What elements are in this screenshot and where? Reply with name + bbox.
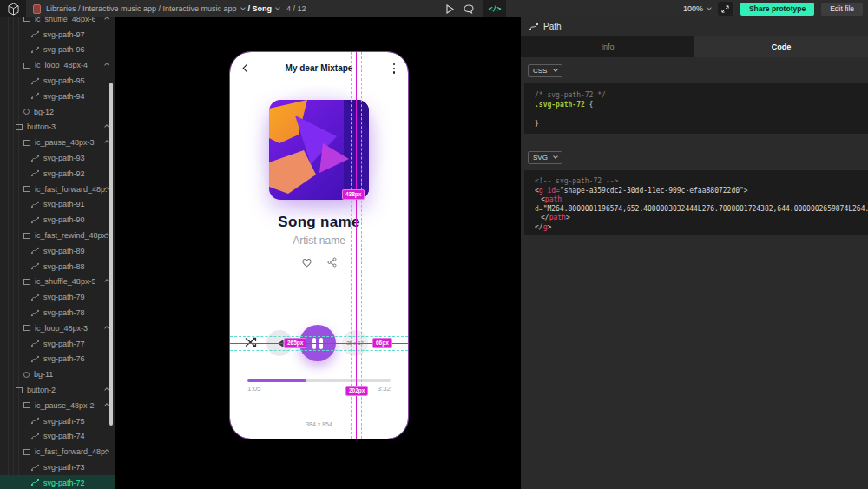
chevron-up-icon[interactable] [104,187,109,192]
layer-row-svg-path-93[interactable]: svg-path-93 [0,150,115,166]
layer-row-svg-path-96[interactable]: svg-path-96 [0,43,115,58]
path-layer-icon [31,479,39,486]
layer-label: bg-12 [34,108,54,116]
play-mode-icon[interactable] [446,4,454,14]
layer-row-svg-path-92[interactable]: svg-path-92 [0,166,115,182]
layer-row-svg-path-73[interactable]: svg-path-73 [0,459,115,475]
chevron-up-icon[interactable] [104,125,109,130]
share-icon[interactable] [327,257,337,268]
chevron-down-icon[interactable] [240,5,246,10]
layer-row-ic-pause-48px-3[interactable]: ic_pause_48px-3 [0,135,115,150]
chevron-up-icon[interactable] [104,63,109,68]
topbar-right: 100% Share prototype Edit file [683,0,863,17]
comments-mode-icon[interactable] [464,4,474,14]
layer-label: ic_fast_rewind_48px... [35,231,108,240]
layer-row-svg-path-94[interactable]: svg-path-94 [0,89,115,104]
layer-row-svg-path-76[interactable]: svg-path-76 [0,352,115,367]
tab-code[interactable]: Code [694,36,868,57]
app-logo[interactable] [0,0,26,17]
vertical-guide-dashed [361,52,362,439]
layer-row-ic-fast-forward-48p-[interactable]: ic_fast_forward_48p... [0,182,115,197]
layer-label: button-2 [27,386,56,394]
chevron-up-icon[interactable] [104,387,109,393]
album-art[interactable] [269,100,369,200]
vertical-guide-solid [356,52,357,439]
chevron-up-icon[interactable] [104,326,109,331]
board-layer-icon [16,387,23,393]
chevron-up-icon[interactable] [104,140,109,145]
layer-label: svg-path-93 [43,154,85,162]
path-layer-icon [31,417,39,425]
css-comment: /* svg-path-72 */ [535,91,606,99]
layer-row-svg-path-75[interactable]: svg-path-75 [0,413,115,429]
layer-row-svg-path-79[interactable]: svg-path-79 [0,289,115,305]
path-layer-icon [31,155,39,162]
layer-row-button-3[interactable]: button-3 [0,120,115,135]
layer-row-svg-path-72[interactable]: svg-path-72 [0,475,115,489]
fullscreen-button[interactable] [718,2,733,16]
inspect-mode-tile[interactable]: </> [483,0,506,17]
layer-row-svg-path-74[interactable]: svg-path-74 [0,429,115,445]
layer-row-svg-path-91[interactable]: svg-path-91 [0,197,115,213]
chevron-up-icon[interactable] [104,403,109,408]
library-file-icon [33,4,41,14]
breadcrumb-page[interactable]: / Song [248,4,273,13]
expand-icon [721,5,729,13]
layer-row-ic-loop-48px-3[interactable]: ic_loop_48px-3 [0,320,115,336]
layer-row-bg-12[interactable]: bg-12 [0,104,115,120]
phone-board[interactable]: My dear Mixtape [230,52,408,439]
layer-row-button-2[interactable]: button-2 [0,382,115,398]
tab-info[interactable]: Info [521,36,694,57]
shape-name: Path [543,22,562,31]
layer-row-svg-path-89[interactable]: svg-path-89 [0,243,115,259]
heart-icon[interactable] [301,257,312,268]
layer-label: svg-path-89 [43,247,85,255]
layer-label: svg-path-76 [43,354,85,363]
path-layer-icon [31,92,39,100]
layers-scrollbar[interactable] [109,83,113,426]
canvas: My dear Mixtape [115,17,521,489]
layer-label: svg-path-78 [43,308,85,317]
layer-row-bg-11[interactable]: bg-11 [0,367,115,382]
circle-layer-icon [23,109,30,115]
board-layer-icon [23,402,30,408]
layer-row-ic-pause-48px-2[interactable]: ic_pause_48px-2 [0,398,115,413]
layer-label: ic_shuffle_48px-5 [35,277,95,286]
css-code-block: /* svg-path-72 */ .svg-path-72 { } [524,83,868,134]
layer-label: button-3 [27,122,56,131]
css-format-select[interactable]: CSS [528,64,562,77]
path-layer-icon [31,46,39,54]
layer-label: ic_fast_forward_48p... [35,447,108,456]
layer-label: svg-path-91 [43,200,85,208]
path-layer-icon [31,247,39,254]
shuffle-icon[interactable] [245,337,257,347]
vertical-guide-dashed [351,52,352,439]
layer-row-svg-path-78[interactable]: svg-path-78 [0,305,115,320]
kebab-menu-icon[interactable] [393,63,395,74]
view-mode-tools: </> [446,0,506,17]
layer-row-ic-shuffle-48px-6[interactable]: ic_shuffle_48px-6 [0,17,115,27]
board-layer-icon [23,63,30,69]
layer-label: svg-path-77 [43,340,85,348]
layer-row-svg-path-90[interactable]: svg-path-90 [0,212,115,228]
zoom-value: 100% [683,4,703,13]
edit-file-button[interactable]: Edit file [821,3,863,16]
chevron-down-icon[interactable] [275,5,280,10]
chevron-up-icon[interactable] [104,280,109,285]
penpot-logo-icon [8,3,19,16]
layer-row-ic-fast-rewind-48px-[interactable]: ic_fast_rewind_48px... [0,228,115,243]
progress-bar[interactable] [247,379,391,382]
share-prototype-button[interactable]: Share prototype [740,3,814,16]
layer-row-ic-shuffle-48px-5[interactable]: ic_shuffle_48px-5 [0,274,115,290]
layer-row-ic-fast-forward-48p-[interactable]: ic_fast_forward_48p... [0,444,115,459]
layer-row-svg-path-77[interactable]: svg-path-77 [0,336,115,352]
svg-format-select[interactable]: SVG [528,151,562,164]
code-mode-icon: </> [489,5,501,13]
layer-row-svg-path-97[interactable]: svg-path-97 [0,27,115,43]
chevron-up-icon[interactable] [104,17,109,22]
zoom-control[interactable]: 100% [683,4,711,13]
layer-row-svg-path-95[interactable]: svg-path-95 [0,73,115,89]
layer-row-ic-loop-48px-4[interactable]: ic_loop_48px-4 [0,57,115,73]
layer-row-svg-path-88[interactable]: svg-path-88 [0,259,115,274]
board-layer-icon [23,233,30,239]
